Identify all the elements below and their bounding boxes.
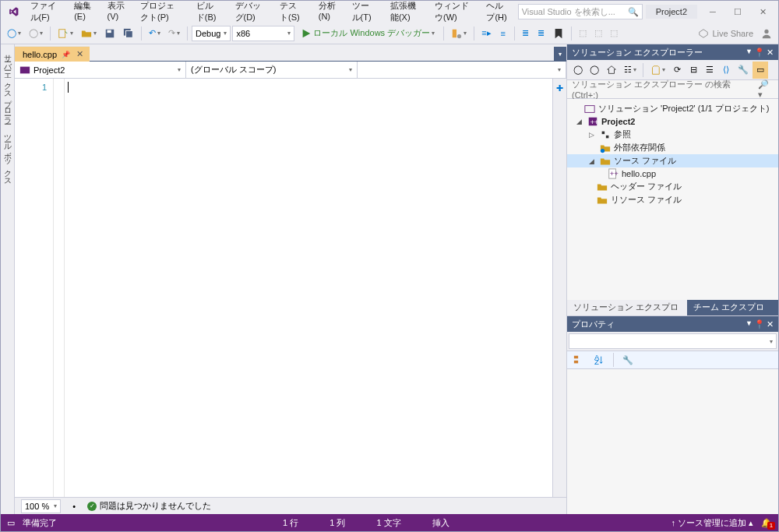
account-button[interactable] [758, 25, 775, 42]
props-alpha-button[interactable]: AZ [590, 351, 608, 368]
solution-explorer-search[interactable]: ソリューション エクスプローラー の検索 (Ctrl+:) 🔎▾ [567, 80, 778, 99]
left-tool-strip: サーバー エクスプローラー ツールボックス [1, 44, 15, 514]
svg-point-6 [457, 33, 461, 37]
se-search-submit-icon[interactable]: 🔎▾ [758, 79, 774, 100]
properties-body [567, 369, 778, 514]
splitter-icon[interactable]: ✚ [553, 79, 566, 93]
new-file-button[interactable]: ▾ [55, 25, 76, 42]
status-bar: ▭ 準備完了 1 行 1 列 1 文字 挿入 ↑ ソース管理に追加 ▴ 🔔 [1, 514, 778, 531]
start-debug-label: ローカル Windows デバッガー [313, 27, 430, 39]
props-categorize-button[interactable] [570, 351, 587, 368]
folder-ext-icon [600, 143, 611, 153]
se-active-button[interactable]: ▭ [753, 62, 768, 79]
problems-status[interactable]: ✓ 問題は見つかりませんでした [87, 500, 211, 512]
status-ready: 準備完了 [23, 517, 57, 529]
tb-outdent-button[interactable]: ≡ [496, 25, 510, 42]
tb-comment-button[interactable]: ≣ [519, 25, 533, 42]
tab-team-explorer[interactable]: チーム エクスプローラー [687, 300, 779, 315]
se-showall-button[interactable]: ☰ [702, 62, 717, 79]
tb-btn-1[interactable]: ▾ [448, 25, 470, 42]
properties-panel: プロパティ ▼ 📍 ✕ ▾ AZ 🔧 [567, 315, 778, 514]
se-back-button[interactable]: ◯ [570, 62, 586, 79]
tb-btn-a[interactable]: ⬚ [576, 25, 590, 42]
se-sync-button[interactable]: ▾ [647, 62, 668, 79]
open-file-button[interactable]: ▾ [78, 25, 100, 42]
tree-resource-files[interactable]: リソース ファイル [567, 193, 778, 206]
window-close-button[interactable]: ✕ [750, 3, 775, 20]
tree-references[interactable]: ▷ 参照 [567, 128, 778, 141]
tb-bookmark-button[interactable] [550, 25, 567, 42]
tb-btn-c[interactable]: ⬚ [607, 25, 621, 42]
svg-rect-5 [453, 29, 456, 37]
expand-icon[interactable]: ◢ [573, 118, 584, 125]
svg-text:++: ++ [610, 169, 619, 178]
status-line: 1 行 [283, 517, 298, 529]
tree-external-deps[interactable]: 外部依存関係 [567, 141, 778, 154]
tree-hello-cpp[interactable]: ++ hello.cpp [567, 167, 778, 180]
nav-member-combo[interactable]: ▾ [358, 62, 566, 78]
expand-icon[interactable]: ◢ [586, 157, 597, 165]
window-minimize-button[interactable]: ─ [700, 3, 725, 20]
se-preview-button[interactable]: 🔧 [735, 62, 752, 79]
panel-close-icon[interactable]: ✕ [767, 48, 774, 58]
solution-platform-dropdown[interactable]: x86▾ [232, 26, 294, 41]
code-editor[interactable]: 1 ✚ [15, 79, 566, 497]
quick-search-input[interactable]: Visual Studio を検索し... 🔍 [518, 4, 643, 19]
footer-btn[interactable]: • [67, 498, 81, 515]
live-share-button[interactable]: Live Share [698, 28, 753, 39]
code-text-area[interactable] [65, 79, 552, 497]
toolbox-tab[interactable]: ツールボックス [1, 125, 14, 186]
panel-pin-icon[interactable]: 📍 [754, 48, 765, 58]
solution-config-dropdown[interactable]: Debug▾ [192, 26, 231, 41]
redo-button[interactable]: ↷▾ [165, 25, 183, 42]
nav-project-combo[interactable]: Project2 ▾ [15, 62, 186, 78]
start-debug-button[interactable]: ローカル Windows デバッガー▾ [296, 26, 439, 41]
properties-header[interactable]: プロパティ ▼ 📍 ✕ [567, 316, 778, 332]
file-tab-hello[interactable]: hello.cpp 📌 ✕ [15, 46, 90, 62]
tree-header-files[interactable]: ヘッダー ファイル [567, 180, 778, 193]
se-switch-button[interactable]: ☷▾ [621, 62, 640, 79]
save-all-button[interactable] [120, 25, 137, 42]
tree-project[interactable]: ◢ ++ Project2 [567, 115, 778, 128]
se-fwd-button[interactable]: ◯ [587, 62, 602, 79]
editor-column: hello.cpp 📌 ✕ ▾ Project2 ▾ (グローバル スコープ) … [15, 44, 566, 514]
panel-pin-icon[interactable]: 📍 [754, 319, 765, 329]
nav-scope-combo[interactable]: (グローバル スコープ) ▾ [186, 62, 358, 78]
zoom-dropdown[interactable]: 100 %▾ [21, 499, 61, 513]
props-events-button[interactable]: 🔧 [619, 351, 636, 368]
window-maximize-button[interactable]: ☐ [725, 3, 750, 20]
pin-icon[interactable]: 📌 [62, 51, 70, 58]
status-monitor-icon[interactable]: ▭ [7, 518, 15, 528]
folder-icon [597, 195, 608, 206]
source-control-button[interactable]: ↑ ソース管理に追加 ▴ [671, 517, 753, 529]
status-col: 1 列 [330, 517, 345, 529]
undo-button[interactable]: ↶▾ [146, 25, 164, 42]
se-properties-button[interactable]: ⟨⟩ [718, 62, 734, 79]
scroll-preview[interactable]: ✚ [552, 79, 566, 497]
nav-forward-button[interactable]: ◯▾ [26, 25, 46, 42]
save-button[interactable] [101, 25, 118, 42]
server-explorer-tab[interactable]: サーバー エクスプローラー [1, 44, 14, 125]
project-name-tag[interactable]: Project2 [646, 5, 697, 19]
svg-text:Z: Z [594, 358, 599, 365]
tab-solution-explorer[interactable]: ソリューション エクスプローラー [567, 300, 687, 315]
expand-icon[interactable]: ▷ [586, 131, 597, 139]
se-refresh-button[interactable]: ⟳ [669, 62, 685, 79]
panel-close-icon[interactable]: ✕ [767, 319, 774, 329]
close-tab-button[interactable]: ✕ [75, 49, 85, 59]
properties-object-dropdown[interactable]: ▾ [569, 333, 777, 349]
tree-source-files[interactable]: ◢ ソース ファイル [567, 154, 778, 167]
nav-back-button[interactable]: ◯▾ [4, 25, 24, 42]
vs-logo-icon [9, 5, 19, 19]
notifications-button[interactable]: 🔔 [761, 518, 772, 528]
tabs-overflow[interactable]: ▾ [554, 47, 566, 61]
panel-dropdown-icon[interactable]: ▼ [746, 48, 753, 58]
tree-solution[interactable]: ソリューション 'Project2' (1/1 プロジェクト) [567, 102, 778, 115]
tb-btn-b[interactable]: ⬚ [591, 25, 605, 42]
panel-dropdown-icon[interactable]: ▼ [746, 319, 753, 329]
tb-uncomment-button[interactable]: ≣ [534, 25, 548, 42]
solution-explorer-header[interactable]: ソリューション エクスプローラー ▼ 📍 ✕ [567, 44, 778, 60]
se-home-button[interactable] [603, 62, 620, 79]
tb-indent-button[interactable]: ≡▸ [478, 25, 494, 42]
se-collapse-button[interactable]: ⊟ [686, 62, 701, 79]
